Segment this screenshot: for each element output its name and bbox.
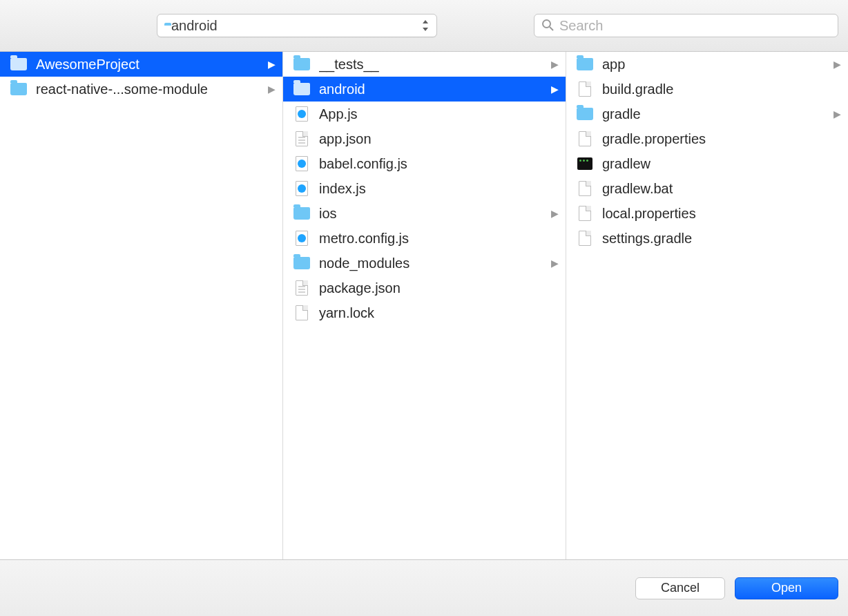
updown-icon xyxy=(421,19,430,32)
list-item-label: react-native-...some-module xyxy=(36,81,264,97)
js-file-icon xyxy=(293,180,311,198)
chevron-right-icon: ▶ xyxy=(268,59,276,70)
list-item-label: __tests__ xyxy=(319,57,547,73)
list-item[interactable]: gradlew xyxy=(566,151,848,176)
folder-icon xyxy=(10,80,28,98)
file-icon xyxy=(293,304,311,322)
js-file-icon xyxy=(293,229,311,247)
folder-icon xyxy=(576,105,594,123)
list-item[interactable]: build.gradle xyxy=(566,77,848,102)
list-item[interactable]: local.properties xyxy=(566,201,848,226)
list-item-label: App.js xyxy=(319,106,559,122)
folder-icon xyxy=(293,204,311,222)
footer: Cancel Open xyxy=(0,559,848,616)
list-item-label: gradlew xyxy=(602,156,841,172)
chevron-right-icon: ▶ xyxy=(551,84,559,95)
list-item-label: babel.config.js xyxy=(319,156,559,172)
folder-icon xyxy=(10,55,28,73)
list-item-label: package.json xyxy=(319,280,559,296)
list-item-label: local.properties xyxy=(602,206,841,222)
list-item-label: index.js xyxy=(319,181,559,197)
list-item-label: yarn.lock xyxy=(319,305,559,321)
list-item[interactable]: react-native-...some-module▶ xyxy=(0,77,282,102)
executable-icon xyxy=(576,155,594,173)
list-item-label: app.json xyxy=(319,131,559,147)
list-item-label: settings.gradle xyxy=(602,231,841,247)
list-item[interactable]: node_modules▶ xyxy=(283,251,566,276)
js-file-icon xyxy=(293,155,311,173)
file-icon xyxy=(576,180,594,198)
column-3[interactable]: app▶build.gradlegradle▶gradle.properties… xyxy=(566,52,848,559)
search-field[interactable] xyxy=(534,14,838,37)
list-item[interactable]: app.json xyxy=(283,126,566,151)
list-item-label: gradlew.bat xyxy=(602,181,841,197)
path-label: android xyxy=(171,18,421,34)
list-item-label: gradle.properties xyxy=(602,131,841,147)
file-icon xyxy=(576,80,594,98)
search-input[interactable] xyxy=(559,18,831,34)
svg-line-1 xyxy=(550,27,553,30)
list-item-label: android xyxy=(319,81,547,97)
column-2[interactable]: __tests__▶android▶App.jsapp.jsonbabel.co… xyxy=(283,52,566,559)
chevron-right-icon: ▶ xyxy=(551,258,559,269)
chevron-right-icon: ▶ xyxy=(833,108,841,119)
column-1[interactable]: AwesomeProject▶react-native-...some-modu… xyxy=(0,52,283,559)
path-popup-button[interactable]: android xyxy=(157,14,437,37)
list-item-label: AwesomeProject xyxy=(36,57,264,73)
file-icon xyxy=(576,204,594,222)
js-file-icon xyxy=(293,105,311,123)
folder-icon xyxy=(576,55,594,73)
file-icon xyxy=(576,229,594,247)
toolbar: android xyxy=(0,0,848,52)
list-item[interactable]: ios▶ xyxy=(283,201,566,226)
open-button[interactable]: Open xyxy=(735,577,838,599)
list-item[interactable]: package.json xyxy=(283,276,566,300)
list-item[interactable]: android▶ xyxy=(283,77,566,102)
file-icon xyxy=(576,130,594,148)
list-item[interactable]: babel.config.js xyxy=(283,151,566,176)
list-item[interactable]: gradle▶ xyxy=(566,102,848,126)
cancel-button[interactable]: Cancel xyxy=(635,577,725,599)
list-item-label: ios xyxy=(319,206,547,222)
list-item[interactable]: app▶ xyxy=(566,52,848,77)
list-item[interactable]: __tests__▶ xyxy=(283,52,566,77)
chevron-right-icon: ▶ xyxy=(268,84,276,95)
list-item[interactable]: metro.config.js xyxy=(283,226,566,251)
column-browser: AwesomeProject▶react-native-...some-modu… xyxy=(0,52,848,559)
text-file-icon xyxy=(293,279,311,297)
text-file-icon xyxy=(293,130,311,148)
folder-icon xyxy=(293,55,311,73)
list-item-label: node_modules xyxy=(319,256,547,271)
chevron-right-icon: ▶ xyxy=(551,208,559,219)
chevron-right-icon: ▶ xyxy=(833,59,841,70)
search-icon xyxy=(541,19,554,33)
svg-point-0 xyxy=(543,20,550,28)
chevron-right-icon: ▶ xyxy=(551,59,559,70)
list-item-label: app xyxy=(602,57,829,73)
list-item-label: build.gradle xyxy=(602,81,841,97)
folder-icon xyxy=(293,80,311,98)
list-item[interactable]: yarn.lock xyxy=(283,300,566,325)
list-item-label: metro.config.js xyxy=(319,231,559,247)
folder-icon xyxy=(293,254,311,272)
list-item-label: gradle xyxy=(602,106,829,122)
list-item[interactable]: App.js xyxy=(283,102,566,126)
list-item[interactable]: AwesomeProject▶ xyxy=(0,52,282,77)
list-item[interactable]: settings.gradle xyxy=(566,226,848,251)
list-item[interactable]: gradlew.bat xyxy=(566,176,848,201)
list-item[interactable]: index.js xyxy=(283,176,566,201)
list-item[interactable]: gradle.properties xyxy=(566,126,848,151)
